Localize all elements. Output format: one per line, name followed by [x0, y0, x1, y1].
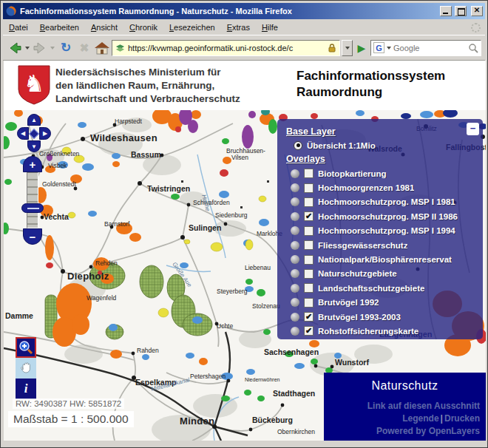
search-box[interactable]: G: [370, 40, 481, 56]
menu-extras[interactable]: Extras: [221, 21, 256, 34]
zoom-slider-handle[interactable]: [21, 203, 44, 213]
site-favicon: [115, 42, 126, 53]
link-drucken[interactable]: Drucken: [444, 413, 480, 424]
map-label: Damme: [5, 311, 33, 320]
ministry-line-2: den ländlichen Raum, Ernährung,: [55, 79, 240, 92]
overlay-checkbox[interactable]: [304, 255, 314, 265]
home-button[interactable]: [94, 38, 110, 58]
close-button[interactable]: [471, 6, 483, 16]
menu-chronik[interactable]: Chronik: [123, 21, 163, 34]
url-dropdown-button[interactable]: [342, 40, 353, 56]
base-layer-radio[interactable]: [294, 141, 302, 150]
overlay-label: Biotopkartierung: [318, 169, 387, 178]
layer-query-radio-icon[interactable]: [291, 255, 299, 264]
forward-arrow-icon: [32, 40, 48, 56]
menu-hilfe[interactable]: Hilfe: [256, 21, 284, 34]
back-button[interactable]: [7, 38, 23, 58]
menu-ansicht[interactable]: Ansicht: [85, 21, 123, 34]
page-content: ♞ Niedersächsisches Ministerium für den …: [4, 61, 486, 441]
overlay-checkbox[interactable]: [304, 312, 314, 322]
overlay-label: Landschaftsschutzgebiete: [318, 284, 424, 293]
overlay-row: Hochmoorschutzprog. MSP I 1994: [291, 224, 480, 238]
layer-query-radio-icon[interactable]: [291, 212, 299, 221]
overlays-heading: Overlays: [286, 154, 480, 164]
layer-query-radio-icon[interactable]: [291, 327, 299, 336]
menu-bearbeiten[interactable]: Bearbeiten: [34, 21, 85, 34]
overlay-checkbox[interactable]: [304, 169, 314, 178]
overlay-row: Hochmoorschutzprog. MSP II 1986: [291, 209, 480, 223]
overlay-checkbox[interactable]: [304, 298, 314, 308]
pan-up-icon[interactable]: ▲: [27, 114, 41, 126]
zoom-in-button[interactable]: +: [23, 156, 42, 172]
search-input[interactable]: [393, 44, 467, 52]
reload-button[interactable]: ↻: [57, 38, 75, 58]
layer-query-radio-icon[interactable]: [291, 298, 299, 307]
white-horse-icon: ♞: [24, 70, 45, 97]
overlay-label: Brutvögel 1993-2003: [318, 313, 401, 322]
layer-query-radio-icon[interactable]: [291, 226, 299, 235]
base-layer-row[interactable]: Übersicht 1:1Mio: [294, 139, 480, 152]
map-label: Uchte: [217, 322, 233, 330]
url-input[interactable]: [128, 44, 325, 52]
pan-center-icon[interactable]: [29, 128, 39, 138]
overlay-checkbox[interactable]: [304, 211, 314, 221]
overlay-checkbox[interactable]: [304, 197, 314, 207]
title-bar[interactable]: Fachinformationssystem Raumordnung - Nat…: [3, 3, 485, 19]
map-label: Steyerberg: [217, 288, 248, 295]
map-label: Obernkirchen: [277, 428, 315, 435]
layer-query-radio-icon[interactable]: [291, 313, 299, 322]
overlay-checkbox[interactable]: [304, 283, 314, 293]
link-legende[interactable]: Legende: [402, 413, 438, 424]
overlay-label: Hochmoorschutzprog. MSP II 1986: [318, 212, 458, 221]
overlay-checkbox[interactable]: [304, 269, 314, 279]
navigation-toolbar: ↻ ✖ ▶ G: [3, 35, 485, 61]
layer-query-radio-icon[interactable]: [291, 269, 299, 278]
stop-button[interactable]: ✖: [76, 38, 92, 58]
firefox-icon: [5, 5, 17, 17]
zoom-box-tool-button[interactable]: [16, 337, 36, 358]
base-layer-heading: Base Layer: [286, 126, 480, 137]
link-powered-by-openlayers[interactable]: Powered by OpenLayers: [367, 425, 480, 438]
window-title: Fachinformationssystem Raumordnung - Nat…: [20, 7, 437, 16]
layer-query-radio-icon[interactable]: [291, 169, 299, 178]
pan-right-icon[interactable]: ▶: [39, 127, 51, 140]
minimize-button[interactable]: [440, 6, 452, 16]
overlay-label: Hochmoorschutzprog. MSP I 1981: [318, 197, 455, 206]
layer-query-radio-icon[interactable]: [291, 284, 299, 293]
overlay-row: Hochmoorgrenzen 1981: [291, 180, 480, 194]
map-label: Bückeburg: [252, 415, 293, 424]
map-label: Bassum: [131, 150, 161, 159]
map-area[interactable]: WildeshausenDiepholzMindenBassumTwistrin…: [4, 110, 486, 441]
layer-query-radio-icon[interactable]: [291, 183, 299, 192]
pan-hand-tool-button[interactable]: [16, 358, 36, 379]
menu-datei[interactable]: Datei: [3, 21, 34, 34]
map-label: Stolzenau: [252, 302, 280, 310]
back-history-caret[interactable]: [25, 47, 30, 50]
app-title-line-2: Raumordnung: [296, 84, 445, 101]
overlay-checkbox[interactable]: [304, 226, 314, 236]
overlay-checkbox[interactable]: [304, 240, 314, 250]
link-extent[interactable]: Link auf diesen Ausschnitt: [367, 400, 480, 413]
overlay-label: Hochmoorgrenzen 1981: [318, 183, 414, 192]
forward-button[interactable]: [32, 38, 48, 58]
pan-down-icon[interactable]: ▼: [27, 140, 41, 152]
zoom-slider-track[interactable]: [27, 172, 38, 228]
menu-lesezeichen[interactable]: Lesezeichen: [163, 21, 221, 34]
overlay-checkbox[interactable]: [304, 183, 314, 193]
forward-history-caret[interactable]: [50, 47, 55, 50]
layer-query-radio-icon[interactable]: [291, 197, 299, 206]
go-button[interactable]: ▶: [354, 38, 369, 58]
map-label: Wildeshausen: [90, 132, 157, 143]
info-tool-button[interactable]: i: [16, 379, 36, 399]
maximize-button[interactable]: [455, 6, 467, 16]
url-bar[interactable]: [112, 40, 340, 56]
map-label: Twistringen: [147, 184, 190, 193]
overlay-checkbox[interactable]: [304, 326, 314, 336]
home-icon: [94, 41, 110, 55]
map-label: Rahden: [137, 347, 159, 354]
pan-left-icon[interactable]: ◀: [17, 127, 29, 140]
map-label: Harpstedt: [115, 118, 142, 125]
panel-minimize-button[interactable]: −: [467, 123, 479, 135]
layer-query-radio-icon[interactable]: [291, 241, 299, 250]
search-engine-caret[interactable]: [387, 47, 391, 50]
